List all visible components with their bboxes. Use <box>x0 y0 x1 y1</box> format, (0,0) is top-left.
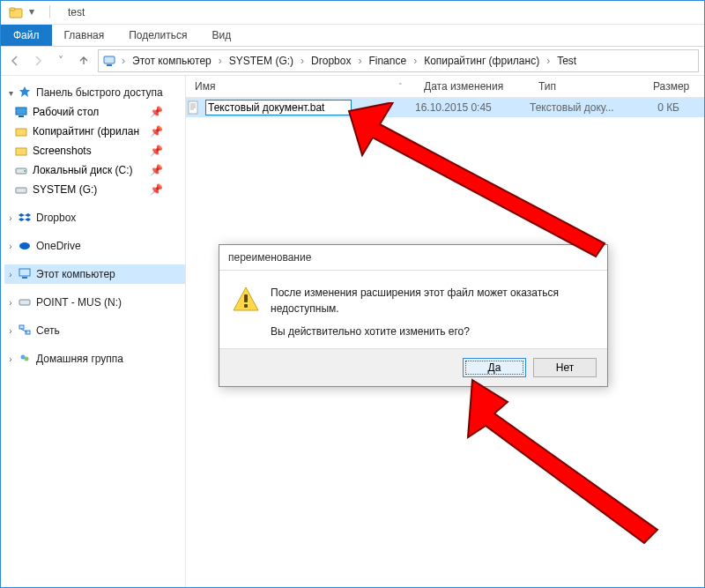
crumb-test[interactable]: Test <box>553 55 580 67</box>
navigation-pane: ▾ Панель быстрого доступа Рабочий стол 📌… <box>1 76 186 587</box>
nav-recent-button[interactable]: ˅ <box>52 52 70 70</box>
sidebar-item-screenshots[interactable]: Screenshots 📌 <box>4 141 185 160</box>
qat-overflow-icon[interactable]: ▾ <box>29 5 43 19</box>
sidebar-item-local-c[interactable]: Локальный диск (C:) 📌 <box>4 160 185 180</box>
star-icon <box>19 86 33 100</box>
drive-icon <box>15 183 27 196</box>
crumb-copywriting[interactable]: Копирайтинг (фриланс) <box>420 55 543 67</box>
svg-marker-14 <box>19 218 25 221</box>
expand-icon[interactable]: › <box>6 354 15 364</box>
svg-rect-19 <box>19 300 30 305</box>
chevron-right-icon[interactable]: › <box>217 55 224 67</box>
address-bar: ˅ › Этот компьютер › SYSTEM (G:) › Dropb… <box>1 47 704 76</box>
sidebar-item-label: Копирайтинг (фрилан <box>33 125 139 138</box>
chevron-right-icon[interactable]: › <box>356 55 363 67</box>
sidebar-point-mus[interactable]: › POINT - MUS (N:) <box>4 293 185 312</box>
dialog-message: После изменения расширения этот файл мож… <box>271 285 595 339</box>
sidebar-item-label: POINT - MUS (N:) <box>36 296 122 309</box>
column-type[interactable]: Тип <box>530 80 644 93</box>
pin-icon: 📌 <box>150 145 163 157</box>
expand-icon[interactable]: › <box>6 326 15 336</box>
sidebar-item-label: Dropbox <box>36 212 76 224</box>
sidebar-item-label: OneDrive <box>36 240 81 252</box>
nav-back-button[interactable] <box>6 52 24 70</box>
sidebar-this-pc[interactable]: › Этот компьютер <box>4 264 185 284</box>
sidebar-network[interactable]: › Сеть <box>4 321 185 340</box>
svg-rect-31 <box>244 294 248 302</box>
crumb-finance[interactable]: Finance <box>365 55 410 67</box>
text-file-icon <box>186 100 200 115</box>
chevron-right-icon[interactable]: › <box>412 55 419 67</box>
dialog-title: переименование <box>219 245 607 271</box>
chevron-right-icon[interactable]: › <box>299 55 306 67</box>
file-row[interactable]: 16.10.2015 0:45 Текстовый доку... 0 КБ <box>186 98 704 117</box>
expand-icon[interactable]: › <box>6 270 15 279</box>
svg-rect-7 <box>16 129 26 136</box>
nav-up-button[interactable] <box>75 52 93 70</box>
svg-rect-5 <box>16 108 26 115</box>
sidebar-item-system-g[interactable]: SYSTEM (G:) 📌 <box>4 180 185 199</box>
explorer-window: ▾ │ test Файл Главная Поделиться Вид ˅ ›… <box>0 0 705 588</box>
sidebar-item-desktop[interactable]: Рабочий стол 📌 <box>4 102 185 122</box>
sidebar-item-label: Рабочий стол <box>33 106 99 118</box>
sidebar-item-copywriting[interactable]: Копирайтинг (фрилан 📌 <box>4 122 185 141</box>
dialog-line2: Вы действительно хотите изменить его? <box>271 324 595 339</box>
sidebar-homegroup[interactable]: › Домашняя группа <box>4 349 185 368</box>
svg-point-16 <box>19 242 30 249</box>
pin-icon: 📌 <box>150 164 163 176</box>
chevron-right-icon[interactable]: › <box>545 55 552 67</box>
tab-share[interactable]: Поделиться <box>116 25 199 46</box>
svg-rect-17 <box>19 269 30 276</box>
tab-file[interactable]: Файл <box>1 25 52 46</box>
pc-icon <box>19 267 33 281</box>
svg-marker-12 <box>19 213 25 217</box>
svg-marker-13 <box>25 213 31 217</box>
warning-icon <box>232 285 260 313</box>
svg-rect-1 <box>10 8 15 11</box>
tab-home[interactable]: Главная <box>52 25 117 46</box>
rename-input[interactable] <box>205 100 352 115</box>
breadcrumb[interactable]: › Этот компьютер › SYSTEM (G:) › Dropbox… <box>98 49 699 72</box>
sidebar-item-label: SYSTEM (G:) <box>33 183 97 196</box>
dropbox-icon <box>19 211 33 225</box>
svg-rect-6 <box>19 115 24 117</box>
drive-icon <box>19 295 33 309</box>
sidebar-item-label: Этот компьютер <box>36 268 115 280</box>
column-name[interactable]: Имя ˄ <box>186 80 415 93</box>
chevron-right-icon[interactable]: › <box>120 55 127 67</box>
column-date[interactable]: Дата изменения <box>415 80 530 93</box>
crumb-dropbox[interactable]: Dropbox <box>308 55 354 67</box>
pc-icon <box>102 54 116 68</box>
expand-icon[interactable]: › <box>6 298 15 308</box>
svg-rect-3 <box>107 64 112 66</box>
pin-icon: 📌 <box>150 183 163 196</box>
crumb-this-pc[interactable]: Этот компьютер <box>129 55 215 67</box>
sidebar-quick-access[interactable]: ▾ Панель быстрого доступа <box>4 83 185 102</box>
column-label: Дата изменения <box>424 80 503 93</box>
window-title: test <box>68 6 85 19</box>
qat-separator-icon: │ <box>47 5 61 19</box>
quick-access-toolbar: ▾ │ <box>6 3 61 22</box>
sidebar-item-label: Screenshots <box>33 145 92 157</box>
expand-icon[interactable]: › <box>6 213 15 223</box>
homegroup-icon <box>19 352 33 366</box>
sidebar-onedrive[interactable]: › OneDrive <box>4 236 185 256</box>
collapse-icon[interactable]: ▾ <box>6 88 15 98</box>
sidebar-dropbox[interactable]: › Dropbox <box>4 208 185 227</box>
tab-view[interactable]: Вид <box>199 25 243 46</box>
crumb-system-g[interactable]: SYSTEM (G:) <box>226 55 297 67</box>
column-headers: Имя ˄ Дата изменения Тип Размер <box>186 76 704 98</box>
no-button[interactable]: Нет <box>533 358 597 377</box>
dialog-buttons: Да Нет <box>219 348 607 386</box>
nav-forward-button[interactable] <box>29 52 47 70</box>
file-date: 16.10.2015 0:45 <box>415 101 530 114</box>
file-type: Текстовый доку... <box>530 101 644 114</box>
sidebar-item-label: Сеть <box>36 324 60 337</box>
expand-icon[interactable]: › <box>6 242 15 251</box>
file-size: 0 КБ <box>644 101 704 114</box>
pin-icon: 📌 <box>150 106 163 118</box>
yes-button[interactable]: Да <box>463 358 526 377</box>
sidebar-item-label: Домашняя группа <box>36 353 123 365</box>
column-size[interactable]: Размер <box>644 80 704 93</box>
svg-point-24 <box>25 357 29 361</box>
